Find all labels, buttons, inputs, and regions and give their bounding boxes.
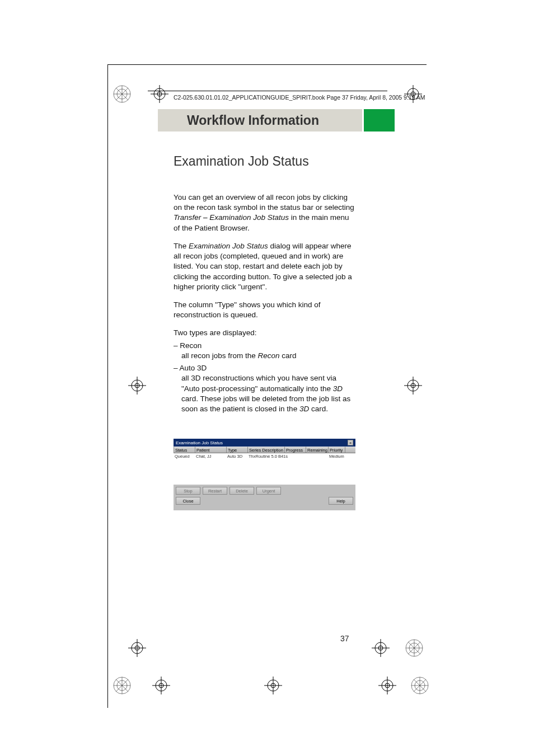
svg-line-40: [116, 88, 128, 100]
list-item: – Recon: [174, 341, 356, 351]
svg-point-17: [135, 646, 139, 650]
svg-point-8: [132, 380, 143, 391]
svg-line-59: [408, 642, 420, 654]
svg-point-20: [375, 642, 386, 654]
text: all 3D reconstructions which you have se…: [181, 374, 336, 392]
list-item: – Auto 3D: [174, 363, 356, 373]
svg-point-9: [135, 383, 139, 388]
svg-point-49: [415, 680, 425, 691]
urgent-button[interactable]: Urgent: [256, 487, 281, 495]
svg-point-54: [406, 640, 423, 656]
svg-point-48: [411, 677, 428, 694]
cell: ThxRoutine 5.0 B41s: [247, 453, 284, 485]
column-header[interactable]: Patient: [195, 447, 226, 453]
text: The: [174, 242, 189, 250]
column-header-spacer: [345, 447, 355, 453]
restart-button[interactable]: Restart: [203, 487, 227, 495]
paragraph: The column "Type" shows you which kind o…: [174, 300, 356, 320]
close-button[interactable]: Close: [176, 497, 200, 505]
cell: [306, 453, 328, 485]
chapter-color-tab: [364, 109, 395, 132]
svg-point-37: [117, 89, 127, 99]
svg-point-42: [114, 677, 130, 694]
column-header[interactable]: Status: [174, 447, 195, 453]
text: You can get an overview of all recon job…: [174, 193, 354, 212]
svg-point-21: [378, 646, 383, 650]
text-italic: 3D: [299, 405, 309, 413]
text-italic: Examination Job Status: [189, 242, 268, 250]
svg-point-29: [271, 683, 275, 688]
page-heading: Examination Job Status: [174, 154, 356, 169]
body-content: Examination Job Status You can get an ov…: [174, 154, 356, 416]
cell: Chat, JJ: [195, 453, 226, 485]
column-header[interactable]: Series Description: [247, 447, 284, 453]
text-italic: Recon: [258, 351, 280, 360]
text: all recon jobs from the: [181, 351, 258, 360]
dialog-title: Examination Job Status: [176, 440, 223, 445]
column-header[interactable]: Priority: [328, 447, 345, 453]
svg-point-13: [411, 383, 415, 388]
table-header: StatusPatientTypeSeries DescriptionProgr…: [174, 447, 355, 453]
svg-point-12: [407, 380, 419, 391]
svg-point-25: [159, 683, 163, 688]
close-icon[interactable]: ×: [348, 440, 353, 445]
svg-point-28: [268, 680, 279, 691]
svg-point-32: [382, 680, 393, 691]
svg-point-16: [132, 642, 143, 654]
svg-point-43: [117, 680, 127, 691]
crop-line: [107, 64, 108, 708]
cell: [284, 453, 306, 485]
section-band: Workflow Information: [158, 109, 362, 132]
list-subtext: all 3D reconstructions which you have se…: [174, 373, 356, 414]
svg-point-36: [114, 86, 130, 102]
text: card.: [309, 405, 328, 413]
svg-line-58: [408, 642, 420, 654]
svg-point-1: [157, 92, 162, 96]
cell: Queued: [174, 453, 195, 485]
svg-line-46: [116, 679, 128, 692]
column-header[interactable]: Progress: [284, 447, 306, 453]
text: card: [280, 351, 297, 360]
svg-line-41: [116, 88, 128, 100]
delete-button[interactable]: Delete: [229, 487, 254, 495]
cell: Medium: [328, 453, 345, 485]
dialog-screenshot: Examination Job Status × StatusPatientTy…: [174, 439, 355, 510]
stop-button[interactable]: Stop: [176, 487, 200, 495]
svg-line-53: [414, 679, 426, 692]
svg-point-24: [156, 680, 167, 691]
text-italic: 3D: [333, 384, 343, 393]
divider: [148, 91, 387, 91]
paragraph: Two types are displayed:: [174, 328, 356, 338]
button-row: Close Help: [174, 496, 355, 507]
section-title: Workflow Information: [187, 113, 319, 128]
page-number: 37: [340, 634, 349, 643]
column-header[interactable]: Type: [226, 447, 247, 453]
svg-point-55: [409, 643, 419, 653]
svg-point-33: [385, 683, 390, 688]
list-subtext: all recon jobs from the Recon card: [174, 351, 356, 361]
svg-line-47: [116, 679, 128, 692]
svg-line-52: [414, 679, 426, 692]
paragraph: The Examination Job Status dialog will a…: [174, 241, 356, 292]
column-header[interactable]: Remaining T...: [306, 447, 328, 453]
crop-line: [107, 64, 427, 65]
button-row: StopRestartDeleteUrgent: [174, 485, 355, 496]
help-button[interactable]: Help: [329, 497, 353, 505]
cell: Auto 3D: [226, 453, 247, 485]
running-header: C2-025.630.01.01.02_APPLICATIONGUIDE_SPI…: [174, 94, 425, 101]
text-italic: Transfer – Examination Job Status: [174, 213, 289, 222]
svg-point-0: [154, 88, 165, 100]
dialog-titlebar: Examination Job Status ×: [174, 439, 355, 447]
table-row[interactable]: QueuedChat, JJAuto 3DThxRoutine 5.0 B41s…: [174, 453, 355, 485]
paragraph: You can get an overview of all recon job…: [174, 192, 356, 233]
